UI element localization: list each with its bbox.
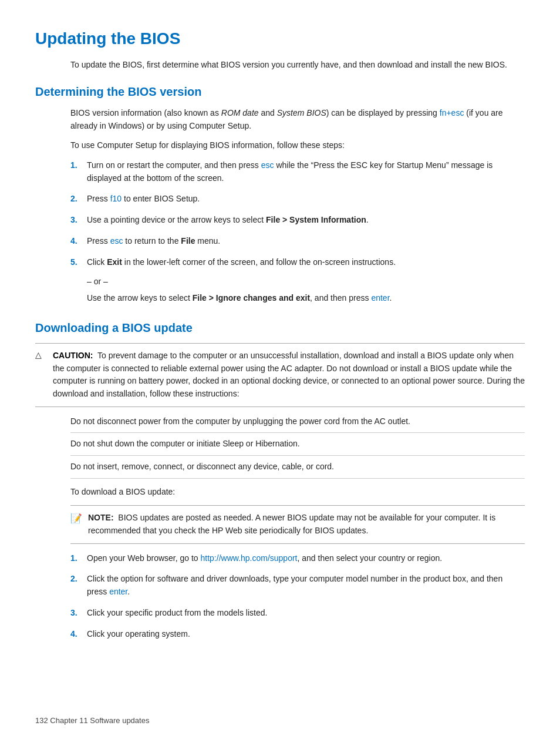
determining-para-1: BIOS version information (also known as … xyxy=(70,107,525,132)
step-5-num: 5. xyxy=(70,256,87,269)
step-4-text: Press esc to return to the File menu. xyxy=(87,235,525,248)
section-determining: Determining the BIOS version BIOS versio… xyxy=(35,85,525,305)
dl-step-2-num: 2. xyxy=(70,573,87,586)
step-3: 3. Use a pointing device or the arrow ke… xyxy=(70,214,525,227)
arrow-para: Use the arrow keys to select File > Igno… xyxy=(87,292,525,305)
step-2-num: 2. xyxy=(70,193,87,206)
or-separator: – or – xyxy=(87,277,525,286)
note-icon: 📝 xyxy=(70,513,83,524)
section-title-downloading: Downloading a BIOS update xyxy=(35,321,525,335)
section-title-determining: Determining the BIOS version xyxy=(35,85,525,99)
page-title: Updating the BIOS xyxy=(35,29,525,48)
warning-3: Do not insert, remove, connect, or disco… xyxy=(70,456,525,479)
download-step-1: 1. Open your Web browser, go to http://w… xyxy=(70,552,525,565)
step-5-text: Click Exit in the lower-left corner of t… xyxy=(87,256,525,269)
caution-text: CAUTION: To prevent damage to the comput… xyxy=(53,350,525,401)
dl-step-4-num: 4. xyxy=(70,628,87,641)
download-step-4: 4. Click your operating system. xyxy=(70,628,525,641)
italic-system-bios: System BIOS xyxy=(277,108,326,117)
bold-exit: Exit xyxy=(107,257,122,267)
dl-step-1-num: 1. xyxy=(70,552,87,565)
caution-icon: △ xyxy=(35,350,48,359)
intro-paragraph: To update the BIOS, first determine what… xyxy=(70,59,525,71)
caution-box: △ CAUTION: To prevent damage to the comp… xyxy=(35,343,525,407)
bold-file-sysinfo: File > System Information xyxy=(266,215,366,224)
italic-rom: ROM date xyxy=(221,108,259,117)
note-text: NOTE: BIOS updates are posted as needed.… xyxy=(88,512,525,537)
download-step-2: 2. Click the option for software and dri… xyxy=(70,573,525,598)
dl-step-2-text: Click the option for software and driver… xyxy=(87,573,525,598)
footer: 132 Chapter 11 Software updates xyxy=(35,716,149,725)
step-1-num: 1. xyxy=(70,159,87,172)
step-5: 5. Click Exit in the lower-left corner o… xyxy=(70,256,525,269)
downloading-content: Do not disconnect power from the compute… xyxy=(70,415,525,641)
bold-file-menu: File xyxy=(181,236,195,246)
download-intro: To download a BIOS update: xyxy=(70,486,525,499)
step-2-text: Press f10 to enter BIOS Setup. xyxy=(87,193,525,206)
dl-step-4-text: Click your operating system. xyxy=(87,628,525,641)
caution-label: CAUTION: xyxy=(53,351,93,360)
step-3-text: Use a pointing device or the arrow keys … xyxy=(87,214,525,227)
download-steps-list: 1. Open your Web browser, go to http://w… xyxy=(70,552,525,640)
link-enter-2[interactable]: enter xyxy=(109,587,127,596)
warning-paragraphs: Do not disconnect power from the compute… xyxy=(70,415,525,479)
dl-step-3-text: Click your specific product from the mod… xyxy=(87,607,525,620)
determining-para-2: To use Computer Setup for displaying BIO… xyxy=(70,139,525,152)
warning-1: Do not disconnect power from the compute… xyxy=(70,415,525,434)
bold-file-ignore: File > Ignore changes and exit xyxy=(193,293,310,303)
warning-2: Do not shut down the computer or initiat… xyxy=(70,433,525,456)
link-hp-support[interactable]: http://www.hp.com/support xyxy=(201,553,298,563)
note-body: BIOS updates are posted as needed. A new… xyxy=(88,513,495,535)
step-1-text: Turn on or restart the computer, and the… xyxy=(87,159,525,184)
step-4: 4. Press esc to return to the File menu. xyxy=(70,235,525,248)
note-box: 📝 NOTE: BIOS updates are posted as neede… xyxy=(70,505,525,543)
dl-step-3-num: 3. xyxy=(70,607,87,620)
section-downloading: Downloading a BIOS update △ CAUTION: To … xyxy=(35,321,525,640)
step-4-num: 4. xyxy=(70,235,87,248)
step-1: 1. Turn on or restart the computer, and … xyxy=(70,159,525,184)
note-label: NOTE: xyxy=(88,513,114,522)
link-f10[interactable]: f10 xyxy=(110,194,122,203)
download-step-3: 3. Click your specific product from the … xyxy=(70,607,525,620)
determining-steps-list: 1. Turn on or restart the computer, and … xyxy=(70,159,525,268)
section-content-determining: BIOS version information (also known as … xyxy=(70,107,525,305)
link-esc-1[interactable]: esc xyxy=(261,160,274,170)
dl-step-1-text: Open your Web browser, go to http://www.… xyxy=(87,552,525,565)
link-esc-2[interactable]: esc xyxy=(110,236,123,246)
link-fn-esc[interactable]: fn+esc xyxy=(440,108,464,117)
link-enter[interactable]: enter xyxy=(371,293,389,303)
step-3-num: 3. xyxy=(70,214,87,227)
step-2: 2. Press f10 to enter BIOS Setup. xyxy=(70,193,525,206)
